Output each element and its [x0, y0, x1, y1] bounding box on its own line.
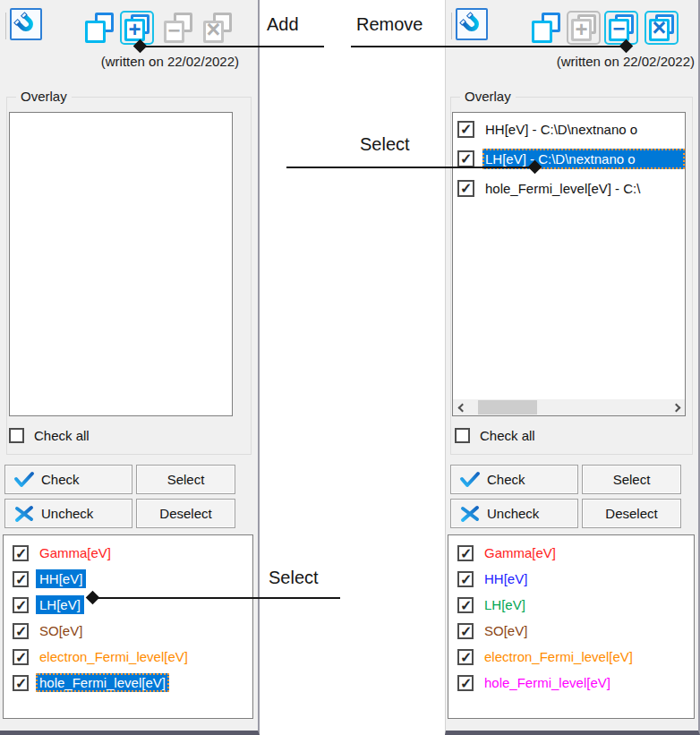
screenshot-root: (written on 22/02/2022) Overlay Check al…	[0, 0, 700, 735]
variable-list: Gamma[eV] HH[eV] LH[eV] SO[eV] electron_…	[448, 534, 695, 719]
overlay-listbox[interactable]: HH[eV] - C:\D\nextnano o LH[eV] - C:\D\n…	[452, 112, 686, 416]
select-button[interactable]: Select	[582, 465, 681, 494]
annotation-select-variable-line	[93, 597, 340, 599]
checkbox[interactable]	[13, 675, 29, 691]
copy-overlay-icon[interactable]	[529, 11, 563, 45]
magnet-glyph	[458, 11, 485, 38]
annotation-remove-line	[351, 46, 627, 47]
variable-item[interactable]: hole_Fermi_level[eV]	[4, 670, 252, 696]
overlay-panel-left: (written on 22/02/2022) Overlay Check al…	[0, 0, 260, 735]
checkbox[interactable]	[457, 675, 474, 691]
toolbar-separator	[451, 13, 452, 39]
uncheck-icon	[459, 505, 481, 523]
annotation-add-line	[141, 46, 324, 47]
variable-item[interactable]: Gamma[eV]	[448, 540, 694, 566]
variable-item[interactable]: LH[eV]	[448, 592, 694, 618]
variable-item[interactable]: electron_Fermi_level[eV]	[448, 644, 694, 670]
checkbox[interactable]	[457, 597, 474, 613]
checkbox[interactable]	[457, 150, 474, 167]
check-button[interactable]: Check	[4, 465, 132, 494]
variable-list: Gamma[eV] HH[eV] LH[eV] SO[eV] electron_…	[3, 534, 253, 719]
toolbar-separator	[5, 13, 6, 39]
checkbox[interactable]	[457, 180, 474, 197]
variable-item[interactable]: LH[eV]	[4, 592, 252, 618]
deselect-button[interactable]: Deselect	[136, 499, 235, 528]
magnet-icon[interactable]	[10, 8, 42, 40]
variable-item[interactable]: hole_Fermi_level[eV]	[448, 670, 694, 696]
check-button[interactable]: Check	[450, 465, 578, 494]
variable-item[interactable]: Gamma[eV]	[4, 540, 252, 566]
overlay-item[interactable]: LH[eV] - C:\D\nextnano o	[453, 144, 685, 174]
delete-overlay-icon[interactable]	[645, 11, 679, 45]
annotation-select-overlay-label: Select	[360, 134, 410, 155]
annotation-remove-label: Remove	[356, 14, 423, 35]
checkbox[interactable]	[13, 597, 29, 613]
delete-overlay-icon[interactable]	[201, 11, 235, 45]
checkbox[interactable]	[13, 571, 29, 587]
variable-item[interactable]: HH[eV]	[448, 566, 694, 592]
overlay-panel-right: (written on 22/02/2022) Overlay HH[eV] -…	[445, 0, 700, 735]
checkbox[interactable]	[9, 428, 24, 443]
add-overlay-icon[interactable]	[120, 11, 154, 45]
variable-item[interactable]: SO[eV]	[448, 618, 694, 644]
overlay-group-label: Overlay	[16, 89, 72, 104]
checkbox[interactable]	[13, 623, 29, 639]
overlay-item[interactable]: hole_Fermi_level[eV] - C:\	[453, 174, 685, 203]
checkbox[interactable]	[457, 545, 474, 561]
check-icon	[459, 471, 481, 489]
magnet-icon[interactable]	[456, 8, 488, 40]
checkbox[interactable]	[13, 545, 29, 561]
uncheck-icon	[13, 505, 35, 523]
variable-item[interactable]: electron_Fermi_level[eV]	[4, 644, 252, 670]
remove-overlay-icon[interactable]	[161, 11, 195, 45]
deselect-button[interactable]: Deselect	[582, 499, 681, 528]
check-all-checkbox[interactable]: Check all	[455, 428, 535, 443]
overlay-group-label: Overlay	[460, 89, 516, 104]
checkbox[interactable]	[457, 649, 474, 665]
checkbox[interactable]	[13, 649, 29, 665]
uncheck-button[interactable]: Uncheck	[450, 499, 578, 528]
copy-overlay-icon[interactable]	[82, 11, 116, 45]
variable-item[interactable]: HH[eV]	[4, 566, 252, 592]
written-on-date: (written on 22/02/2022)	[557, 54, 695, 69]
checkbox[interactable]	[457, 121, 474, 138]
written-on-date: (written on 22/02/2022)	[101, 54, 239, 69]
check-all-checkbox[interactable]: Check all	[9, 428, 90, 443]
annotation-select-overlay-line	[286, 167, 535, 168]
overlay-item[interactable]: HH[eV] - C:\D\nextnano o	[453, 115, 685, 144]
check-icon	[13, 471, 35, 489]
variable-item[interactable]: SO[eV]	[4, 618, 252, 644]
magnet-glyph	[13, 11, 39, 38]
uncheck-button[interactable]: Uncheck	[4, 499, 132, 528]
annotation-select-variable-label: Select	[269, 568, 319, 588]
annotation-add-label: Add	[267, 14, 299, 35]
checkbox[interactable]	[457, 571, 474, 587]
checkbox[interactable]	[457, 623, 474, 639]
scroll-left-icon[interactable]	[453, 399, 468, 415]
overlay-listbox[interactable]	[9, 112, 233, 416]
checkbox[interactable]	[455, 428, 470, 443]
remove-overlay-icon[interactable]	[604, 11, 638, 45]
scrollbar-thumb[interactable]	[478, 400, 537, 415]
horizontal-scrollbar[interactable]	[453, 399, 685, 415]
select-button[interactable]: Select	[136, 465, 235, 494]
add-overlay-icon[interactable]	[567, 11, 601, 45]
scroll-right-icon[interactable]	[670, 399, 685, 415]
